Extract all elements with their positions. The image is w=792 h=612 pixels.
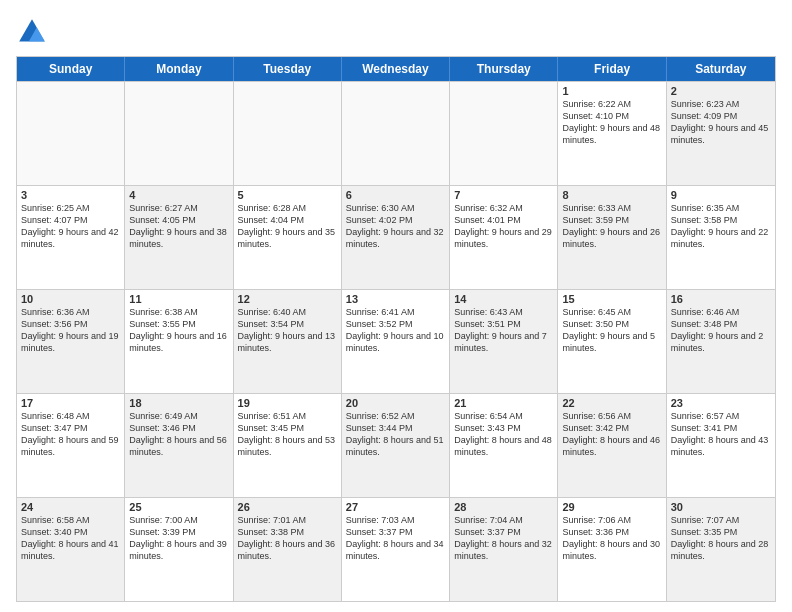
calendar-cell: 29Sunrise: 7:06 AM Sunset: 3:36 PM Dayli… <box>558 498 666 601</box>
day-info: Sunrise: 6:40 AM Sunset: 3:54 PM Dayligh… <box>238 306 337 355</box>
weekday-header: Thursday <box>450 57 558 81</box>
day-number: 22 <box>562 397 661 409</box>
weekday-header: Friday <box>558 57 666 81</box>
day-info: Sunrise: 6:32 AM Sunset: 4:01 PM Dayligh… <box>454 202 553 251</box>
day-info: Sunrise: 6:49 AM Sunset: 3:46 PM Dayligh… <box>129 410 228 459</box>
header <box>16 16 776 48</box>
calendar-cell: 26Sunrise: 7:01 AM Sunset: 3:38 PM Dayli… <box>234 498 342 601</box>
calendar-cell: 14Sunrise: 6:43 AM Sunset: 3:51 PM Dayli… <box>450 290 558 393</box>
day-number: 3 <box>21 189 120 201</box>
day-number: 11 <box>129 293 228 305</box>
day-number: 1 <box>562 85 661 97</box>
page: SundayMondayTuesdayWednesdayThursdayFrid… <box>0 0 792 612</box>
day-info: Sunrise: 6:23 AM Sunset: 4:09 PM Dayligh… <box>671 98 771 147</box>
day-info: Sunrise: 7:00 AM Sunset: 3:39 PM Dayligh… <box>129 514 228 563</box>
day-number: 8 <box>562 189 661 201</box>
day-info: Sunrise: 6:43 AM Sunset: 3:51 PM Dayligh… <box>454 306 553 355</box>
day-number: 19 <box>238 397 337 409</box>
day-number: 25 <box>129 501 228 513</box>
day-number: 18 <box>129 397 228 409</box>
day-number: 24 <box>21 501 120 513</box>
calendar-cell: 10Sunrise: 6:36 AM Sunset: 3:56 PM Dayli… <box>17 290 125 393</box>
day-number: 28 <box>454 501 553 513</box>
day-number: 21 <box>454 397 553 409</box>
day-number: 13 <box>346 293 445 305</box>
day-info: Sunrise: 6:46 AM Sunset: 3:48 PM Dayligh… <box>671 306 771 355</box>
day-number: 5 <box>238 189 337 201</box>
calendar-cell: 30Sunrise: 7:07 AM Sunset: 3:35 PM Dayli… <box>667 498 775 601</box>
day-number: 23 <box>671 397 771 409</box>
day-number: 29 <box>562 501 661 513</box>
calendar-cell: 20Sunrise: 6:52 AM Sunset: 3:44 PM Dayli… <box>342 394 450 497</box>
calendar-row: 24Sunrise: 6:58 AM Sunset: 3:40 PM Dayli… <box>17 497 775 601</box>
day-number: 2 <box>671 85 771 97</box>
calendar-cell: 18Sunrise: 6:49 AM Sunset: 3:46 PM Dayli… <box>125 394 233 497</box>
day-info: Sunrise: 6:56 AM Sunset: 3:42 PM Dayligh… <box>562 410 661 459</box>
calendar-cell: 1Sunrise: 6:22 AM Sunset: 4:10 PM Daylig… <box>558 82 666 185</box>
day-number: 20 <box>346 397 445 409</box>
day-info: Sunrise: 6:33 AM Sunset: 3:59 PM Dayligh… <box>562 202 661 251</box>
calendar-cell: 6Sunrise: 6:30 AM Sunset: 4:02 PM Daylig… <box>342 186 450 289</box>
calendar-cell: 11Sunrise: 6:38 AM Sunset: 3:55 PM Dayli… <box>125 290 233 393</box>
calendar-cell: 23Sunrise: 6:57 AM Sunset: 3:41 PM Dayli… <box>667 394 775 497</box>
calendar-cell <box>17 82 125 185</box>
day-number: 4 <box>129 189 228 201</box>
day-number: 9 <box>671 189 771 201</box>
logo-icon <box>16 16 48 48</box>
day-info: Sunrise: 6:25 AM Sunset: 4:07 PM Dayligh… <box>21 202 120 251</box>
day-number: 26 <box>238 501 337 513</box>
calendar-cell: 5Sunrise: 6:28 AM Sunset: 4:04 PM Daylig… <box>234 186 342 289</box>
weekday-header: Tuesday <box>234 57 342 81</box>
day-info: Sunrise: 6:38 AM Sunset: 3:55 PM Dayligh… <box>129 306 228 355</box>
day-number: 17 <box>21 397 120 409</box>
day-number: 16 <box>671 293 771 305</box>
calendar-cell: 21Sunrise: 6:54 AM Sunset: 3:43 PM Dayli… <box>450 394 558 497</box>
calendar-cell: 27Sunrise: 7:03 AM Sunset: 3:37 PM Dayli… <box>342 498 450 601</box>
day-info: Sunrise: 6:58 AM Sunset: 3:40 PM Dayligh… <box>21 514 120 563</box>
day-info: Sunrise: 6:52 AM Sunset: 3:44 PM Dayligh… <box>346 410 445 459</box>
day-info: Sunrise: 6:48 AM Sunset: 3:47 PM Dayligh… <box>21 410 120 459</box>
calendar-cell: 24Sunrise: 6:58 AM Sunset: 3:40 PM Dayli… <box>17 498 125 601</box>
day-info: Sunrise: 7:07 AM Sunset: 3:35 PM Dayligh… <box>671 514 771 563</box>
calendar-cell <box>125 82 233 185</box>
calendar-cell: 28Sunrise: 7:04 AM Sunset: 3:37 PM Dayli… <box>450 498 558 601</box>
day-info: Sunrise: 6:27 AM Sunset: 4:05 PM Dayligh… <box>129 202 228 251</box>
day-number: 27 <box>346 501 445 513</box>
day-number: 12 <box>238 293 337 305</box>
day-info: Sunrise: 6:45 AM Sunset: 3:50 PM Dayligh… <box>562 306 661 355</box>
calendar-cell: 12Sunrise: 6:40 AM Sunset: 3:54 PM Dayli… <box>234 290 342 393</box>
calendar-cell: 16Sunrise: 6:46 AM Sunset: 3:48 PM Dayli… <box>667 290 775 393</box>
day-info: Sunrise: 6:41 AM Sunset: 3:52 PM Dayligh… <box>346 306 445 355</box>
calendar-cell: 8Sunrise: 6:33 AM Sunset: 3:59 PM Daylig… <box>558 186 666 289</box>
day-info: Sunrise: 6:22 AM Sunset: 4:10 PM Dayligh… <box>562 98 661 147</box>
calendar-cell: 4Sunrise: 6:27 AM Sunset: 4:05 PM Daylig… <box>125 186 233 289</box>
weekday-header: Sunday <box>17 57 125 81</box>
day-info: Sunrise: 6:35 AM Sunset: 3:58 PM Dayligh… <box>671 202 771 251</box>
day-info: Sunrise: 7:03 AM Sunset: 3:37 PM Dayligh… <box>346 514 445 563</box>
calendar-cell <box>234 82 342 185</box>
day-info: Sunrise: 7:01 AM Sunset: 3:38 PM Dayligh… <box>238 514 337 563</box>
day-number: 10 <box>21 293 120 305</box>
calendar-row: 1Sunrise: 6:22 AM Sunset: 4:10 PM Daylig… <box>17 81 775 185</box>
calendar-cell: 22Sunrise: 6:56 AM Sunset: 3:42 PM Dayli… <box>558 394 666 497</box>
day-info: Sunrise: 6:54 AM Sunset: 3:43 PM Dayligh… <box>454 410 553 459</box>
day-info: Sunrise: 6:28 AM Sunset: 4:04 PM Dayligh… <box>238 202 337 251</box>
calendar-cell: 15Sunrise: 6:45 AM Sunset: 3:50 PM Dayli… <box>558 290 666 393</box>
calendar-body: 1Sunrise: 6:22 AM Sunset: 4:10 PM Daylig… <box>17 81 775 601</box>
calendar-cell: 3Sunrise: 6:25 AM Sunset: 4:07 PM Daylig… <box>17 186 125 289</box>
weekday-header: Monday <box>125 57 233 81</box>
calendar-cell: 9Sunrise: 6:35 AM Sunset: 3:58 PM Daylig… <box>667 186 775 289</box>
day-info: Sunrise: 7:06 AM Sunset: 3:36 PM Dayligh… <box>562 514 661 563</box>
calendar-cell <box>342 82 450 185</box>
calendar-cell: 19Sunrise: 6:51 AM Sunset: 3:45 PM Dayli… <box>234 394 342 497</box>
weekday-header: Wednesday <box>342 57 450 81</box>
calendar-cell <box>450 82 558 185</box>
calendar-row: 10Sunrise: 6:36 AM Sunset: 3:56 PM Dayli… <box>17 289 775 393</box>
day-number: 14 <box>454 293 553 305</box>
calendar-row: 3Sunrise: 6:25 AM Sunset: 4:07 PM Daylig… <box>17 185 775 289</box>
calendar: SundayMondayTuesdayWednesdayThursdayFrid… <box>16 56 776 602</box>
calendar-cell: 25Sunrise: 7:00 AM Sunset: 3:39 PM Dayli… <box>125 498 233 601</box>
calendar-cell: 13Sunrise: 6:41 AM Sunset: 3:52 PM Dayli… <box>342 290 450 393</box>
day-info: Sunrise: 6:51 AM Sunset: 3:45 PM Dayligh… <box>238 410 337 459</box>
weekday-header: Saturday <box>667 57 775 81</box>
